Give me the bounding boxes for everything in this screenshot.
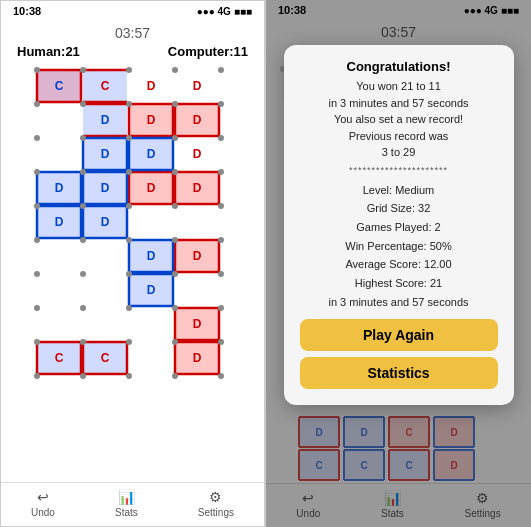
svg-point-116 [34, 203, 40, 209]
svg-text:D: D [192, 79, 201, 93]
svg-point-129 [172, 271, 178, 277]
left-time: 10:38 [13, 5, 41, 17]
left-toolbar: ↩ Undo 📊 Stats ⚙ Settings [1, 482, 264, 526]
svg-text:D: D [146, 147, 155, 161]
svg-point-133 [126, 305, 132, 311]
settings-label: Settings [198, 507, 234, 518]
svg-point-138 [126, 339, 132, 345]
svg-point-126 [34, 271, 40, 277]
svg-text:D: D [192, 249, 201, 263]
undo-button[interactable]: ↩ Undo [31, 489, 55, 518]
svg-point-144 [172, 373, 178, 379]
svg-text:D: D [54, 181, 63, 195]
svg-point-113 [126, 169, 132, 175]
svg-point-121 [34, 237, 40, 243]
settings-button[interactable]: ⚙ Settings [198, 489, 234, 518]
svg-point-110 [218, 135, 224, 141]
svg-point-124 [172, 237, 178, 243]
svg-point-132 [80, 305, 86, 311]
svg-text:C: C [100, 79, 109, 93]
svg-point-98 [126, 67, 132, 73]
settings-icon: ⚙ [209, 489, 222, 505]
svg-point-97 [80, 67, 86, 73]
svg-text:D: D [100, 181, 109, 195]
svg-text:D: D [100, 147, 109, 161]
svg-point-106 [34, 135, 40, 141]
svg-text:D: D [192, 351, 201, 365]
svg-point-112 [80, 169, 86, 175]
right-phone: 10:38 ●●● 4G ■■■ 03:57 Human:21 Computer… [265, 0, 531, 527]
svg-point-96 [34, 67, 40, 73]
svg-point-109 [172, 135, 178, 141]
svg-point-105 [218, 101, 224, 107]
svg-text:D: D [146, 113, 155, 127]
svg-text:D: D [100, 215, 109, 229]
svg-text:C: C [100, 351, 109, 365]
svg-text:D: D [100, 113, 109, 127]
statistics-button[interactable]: Statistics [300, 357, 498, 389]
svg-point-135 [218, 305, 224, 311]
svg-point-123 [126, 237, 132, 243]
human-score: Human:21 [17, 44, 80, 59]
svg-text:D: D [54, 215, 63, 229]
svg-point-102 [80, 101, 86, 107]
play-again-button[interactable]: Play Again [300, 319, 498, 351]
svg-point-119 [172, 203, 178, 209]
computer-score: Computer:11 [168, 44, 248, 59]
svg-point-143 [126, 373, 132, 379]
svg-point-125 [218, 237, 224, 243]
svg-text:D: D [146, 181, 155, 195]
svg-text:D: D [146, 249, 155, 263]
svg-point-103 [126, 101, 132, 107]
svg-point-136 [34, 339, 40, 345]
svg-point-120 [218, 203, 224, 209]
dialog-overlay: Congratulations! You won 21 to 11 in 3 m… [266, 0, 531, 527]
svg-text:D: D [146, 283, 155, 297]
svg-text:D: D [192, 147, 201, 161]
dialog-stats: Level: Medium Grid Size: 32 Games Played… [300, 181, 498, 312]
left-phone-content: 03:57 Human:21 Computer:11 [1, 21, 264, 482]
stats-button[interactable]: 📊 Stats [115, 489, 138, 518]
svg-point-118 [126, 203, 132, 209]
left-timer: 03:57 [115, 25, 150, 41]
svg-text:D: D [192, 113, 201, 127]
left-signal: ●●● 4G [197, 6, 231, 17]
svg-point-104 [172, 101, 178, 107]
svg-point-99 [172, 67, 178, 73]
dialog-line1: You won 21 to 11 in 3 minutes and 57 sec… [300, 78, 498, 161]
game-grid-area: C C D D D D D D D D D D D D D D [1, 63, 264, 482]
svg-point-128 [126, 271, 132, 277]
svg-text:D: D [192, 317, 201, 331]
svg-point-137 [80, 339, 86, 345]
left-status-right: ●●● 4G ■■■ [197, 6, 252, 17]
svg-point-145 [218, 373, 224, 379]
dialog-stars: ********************** [300, 165, 498, 175]
svg-point-141 [34, 373, 40, 379]
undo-label: Undo [31, 507, 55, 518]
svg-point-127 [80, 271, 86, 277]
svg-point-130 [218, 271, 224, 277]
svg-point-117 [80, 203, 86, 209]
dialog-title: Congratulations! [300, 59, 498, 74]
svg-text:D: D [146, 79, 155, 93]
svg-point-122 [80, 237, 86, 243]
svg-point-111 [34, 169, 40, 175]
svg-point-114 [172, 169, 178, 175]
svg-point-100 [218, 67, 224, 73]
stats-label: Stats [115, 507, 138, 518]
svg-point-142 [80, 373, 86, 379]
left-phone: 10:38 ●●● 4G ■■■ 03:57 Human:21 Computer… [0, 0, 265, 527]
svg-text:C: C [54, 351, 63, 365]
svg-point-101 [34, 101, 40, 107]
svg-point-115 [218, 169, 224, 175]
dialog-box: Congratulations! You won 21 to 11 in 3 m… [284, 45, 514, 405]
undo-icon: ↩ [37, 489, 49, 505]
scores-row: Human:21 Computer:11 [1, 44, 264, 59]
left-status-bar: 10:38 ●●● 4G ■■■ [1, 1, 264, 21]
svg-point-131 [34, 305, 40, 311]
svg-point-108 [126, 135, 132, 141]
svg-point-107 [80, 135, 86, 141]
stats-icon: 📊 [118, 489, 135, 505]
svg-point-140 [218, 339, 224, 345]
left-battery: ■■■ [234, 6, 252, 17]
